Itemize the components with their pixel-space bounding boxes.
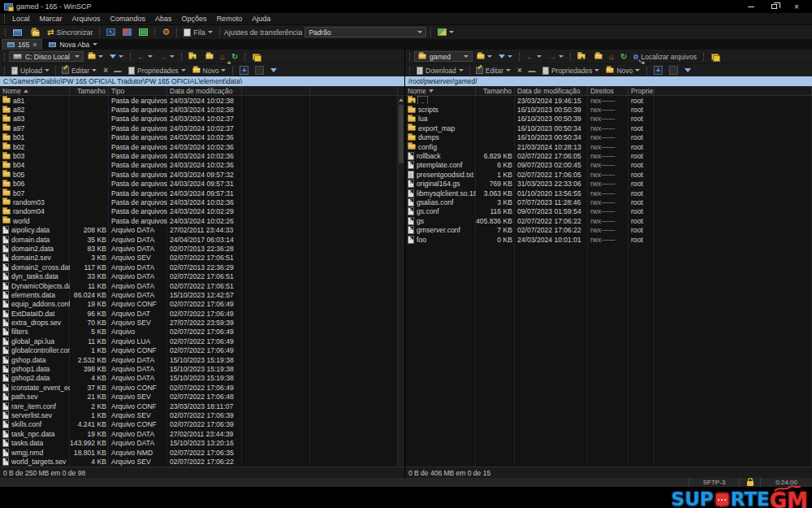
- delete-button[interactable]: ×: [101, 64, 110, 76]
- file-row[interactable]: ..23/03/2024 19:46:15rwx------root: [405, 96, 812, 105]
- local-path-bar[interactable]: C:\Games\PDablio\PW 165 OFICIAL Tradutor…: [0, 76, 404, 86]
- file-row[interactable]: b07Pasta de arquivos24/03/2024 09:57:31: [0, 189, 404, 198]
- file-row[interactable]: iconstate_event_equi...37 KBArquivo CONF…: [0, 383, 404, 392]
- file-row[interactable]: b03Pasta de arquivos24/03/2024 10:02:36: [0, 151, 404, 160]
- background-transfers-button[interactable]: [136, 26, 150, 38]
- file-row[interactable]: foo0 KB24/03/2024 10:01:01rwx------root: [405, 235, 812, 244]
- file-row[interactable]: presentgoodsid.txt1 KB02/07/2022 17:06:0…: [405, 170, 812, 179]
- file-row[interactable]: gshop1.data398 KBArquivo DATA15/10/2023 …: [0, 364, 404, 373]
- minimize-button[interactable]: [740, 1, 762, 12]
- rename-button[interactable]: [526, 64, 538, 76]
- restore-button[interactable]: [762, 1, 785, 12]
- transfer-preset-select[interactable]: Padrão: [304, 27, 426, 37]
- file-row[interactable]: gsalias.conf3 KB07/07/2023 11:28:46rwx--…: [405, 198, 812, 206]
- file-row[interactable]: globalcontroller.conf1 KBArquivo CONF02/…: [0, 346, 404, 355]
- menu-arquivos[interactable]: Arquivos: [67, 13, 106, 24]
- editar-button[interactable]: Editar: [59, 64, 99, 76]
- file-row[interactable]: dumps16/10/2023 00:50:34rwx------root: [405, 133, 812, 142]
- file-row[interactable]: scripts16/10/2023 00:50:39rwx------root: [405, 105, 812, 114]
- file-row[interactable]: b02Pasta de arquivos24/03/2024 10:02:36: [0, 142, 404, 151]
- root-directory-button[interactable]: [592, 50, 605, 63]
- encryption-segment[interactable]: [739, 478, 760, 487]
- toolbar-grip[interactable]: [232, 67, 233, 75]
- column-header-tamanho[interactable]: Tamanho: [70, 86, 109, 95]
- novo-button[interactable]: Novo: [190, 64, 229, 76]
- file-row[interactable]: rare_item.conf2 KBArquivo CONF23/03/2023…: [0, 402, 404, 410]
- root-directory-button[interactable]: [203, 50, 216, 63]
- forward-button[interactable]: →: [546, 50, 566, 63]
- menu-abas[interactable]: Abas: [150, 13, 177, 24]
- menu-marcar[interactable]: Marcar: [35, 13, 67, 24]
- propriedades-button[interactable]: Propriedades: [540, 64, 603, 76]
- protocol-badge[interactable]: SFTP-3: [689, 478, 739, 487]
- toolbar-grip[interactable]: [519, 53, 520, 61]
- file-row[interactable]: gs405.836 KB02/07/2022 17:06:22rwx------…: [405, 216, 812, 225]
- file-row[interactable]: task_npc.data19 KBArquivo DATA27/02/2011…: [0, 429, 404, 438]
- toolbar-grip[interactable]: [5, 28, 6, 37]
- file-row[interactable]: domain2.data83 KBArquivo DATA02/07/2013 …: [0, 244, 404, 253]
- placeholder-button[interactable]: [253, 64, 266, 76]
- refresh-button[interactable]: ↻: [618, 50, 629, 63]
- toolbar-grip[interactable]: [4, 15, 5, 23]
- tab-nova-aba[interactable]: Nova Aba: [44, 39, 102, 50]
- column-header-direitos[interactable]: Direitos: [588, 86, 628, 95]
- transfer-button[interactable]: [120, 26, 134, 38]
- copy-path-button[interactable]: [708, 50, 722, 63]
- file-row[interactable]: config21/03/2024 10:28:13rwx------root: [405, 142, 812, 151]
- file-row[interactable]: DynamicObjects.data11 KBArquivo DATA02/0…: [0, 281, 404, 290]
- file-row[interactable]: ExtDataID.dat96 KBArquivo DAT02/07/2022 …: [0, 309, 404, 318]
- forward-button[interactable]: →: [157, 50, 177, 63]
- file-row[interactable]: domain.data35 KBArquivo DATA24/04/2017 0…: [0, 235, 404, 244]
- file-row[interactable]: dyn_tasks.data33 KBArquivo DATA02/07/202…: [0, 271, 404, 280]
- file-row[interactable]: gshop.data2.532 KBArquivo DATA15/10/2023…: [0, 355, 404, 364]
- transfer-preset-cycle-button[interactable]: [435, 26, 456, 38]
- file-row[interactable]: a81Pasta de arquivos24/03/2024 10:02:38: [0, 96, 404, 105]
- toolbar-grip[interactable]: [130, 53, 131, 61]
- novo-button[interactable]: Novo: [603, 64, 642, 76]
- file-row[interactable]: lua16/10/2023 00:50:39rwx------root: [405, 115, 812, 124]
- scroll-up-icon[interactable]: [398, 96, 404, 103]
- toolbar-grip[interactable]: [409, 53, 410, 61]
- file-row[interactable]: elements.data86.024 KBArquivo DATA15/10/…: [0, 290, 404, 299]
- sincronizar-button[interactable]: ⇄ Sincronizar: [45, 26, 95, 38]
- filter-apply-button[interactable]: [268, 64, 279, 76]
- parent-directory-button[interactable]: [575, 50, 590, 63]
- placeholder-button[interactable]: [667, 64, 680, 76]
- upload-button[interactable]: Upload: [9, 64, 52, 76]
- file-row[interactable]: a97Pasta de arquivos24/03/2024 10:02:37: [0, 124, 404, 132]
- close-tab-icon[interactable]: ×: [32, 41, 37, 49]
- file-row[interactable]: domain2.sev3 KBArquivo SEV02/07/2022 17:…: [0, 254, 404, 263]
- propriedades-button[interactable]: Propriedades: [126, 64, 188, 76]
- file-row[interactable]: skills.conf4.241 KBArquivo CONF02/07/202…: [0, 420, 404, 429]
- toolbar-grip[interactable]: [181, 53, 182, 61]
- local-scrollbar[interactable]: [397, 96, 404, 467]
- column-header-data-de-modifica-o[interactable]: Data de modificação: [167, 86, 242, 95]
- file-row[interactable]: wmgj.nmd18.801 KBArquivo NMD02/07/2022 1…: [0, 448, 404, 457]
- file-row[interactable]: serverlist.sev1 KBArquivo SEV02/07/2022 …: [0, 410, 404, 419]
- menu-opcoes[interactable]: Opções: [177, 13, 212, 24]
- preferences-button[interactable]: ⚙: [159, 26, 172, 38]
- tab-165[interactable]: 165 ×: [2, 39, 42, 50]
- file-row[interactable]: b04Pasta de arquivos24/03/2024 10:02:36: [0, 161, 404, 170]
- toolbar-grip[interactable]: [409, 67, 410, 75]
- file-row[interactable]: b06Pasta de arquivos24/03/2024 09:57:31: [0, 180, 404, 189]
- file-row[interactable]: filters5 KBArquivo02/07/2022 17:06:49: [0, 328, 404, 336]
- file-row[interactable]: original164.gs769 KB31/03/2023 22:33:06r…: [405, 180, 812, 189]
- new-session-button[interactable]: [11, 26, 24, 38]
- menu-remoto[interactable]: Remoto: [212, 13, 248, 24]
- file-row[interactable]: extra_drops.sev70 KBArquivo SEV27/07/202…: [0, 318, 404, 327]
- column-header-tipo[interactable]: Tipo: [109, 86, 167, 95]
- rename-button[interactable]: [112, 64, 124, 76]
- back-button[interactable]: ←: [135, 50, 155, 63]
- scrollbar-thumb[interactable]: [399, 105, 404, 163]
- column-header-tamanho[interactable]: Tamanho: [476, 86, 515, 95]
- file-row[interactable]: gmserver.conf7 KB02/07/2022 17:06:22rwx-…: [405, 225, 812, 234]
- column-header-proprie-[interactable]: Proprie...: [628, 86, 654, 95]
- file-row[interactable]: equip_addons.conf19 KBArquivo CONF02/07/…: [0, 300, 404, 309]
- file-row[interactable]: random04Pasta de arquivos24/03/2024 10:0…: [0, 207, 404, 216]
- console-button[interactable]: >_: [104, 26, 118, 38]
- close-button[interactable]: ×: [785, 1, 808, 12]
- file-row[interactable]: path.sev21 KBArquivo SEV02/07/2022 17:06…: [0, 393, 404, 402]
- toolbar-grip[interactable]: [570, 53, 571, 61]
- file-row[interactable]: gs.conf116 KB09/07/2023 01:59:54rwx-----…: [405, 207, 812, 216]
